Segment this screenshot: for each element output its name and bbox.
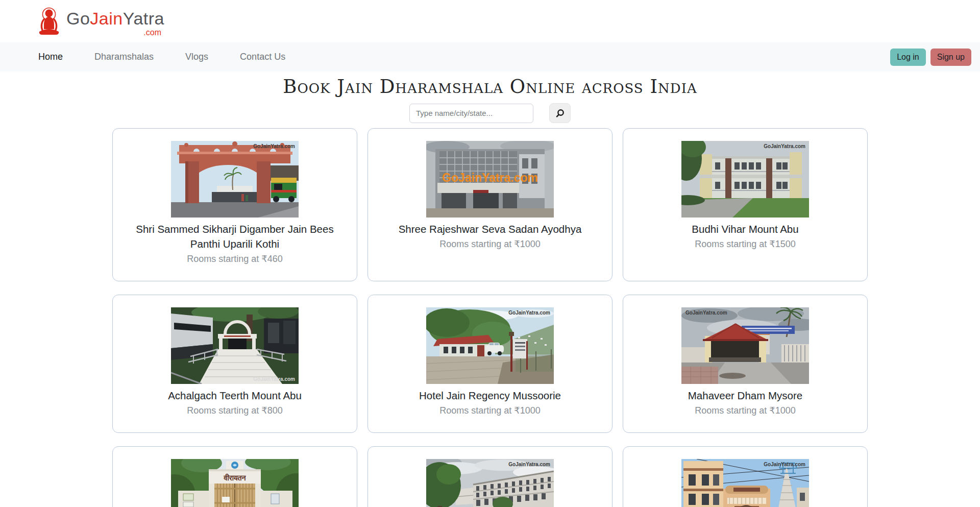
dharamshala-title: Hotel Jain Regency Mussoorie bbox=[419, 388, 561, 403]
photo-watermark: GoJainYatra.com bbox=[442, 171, 538, 184]
dharamshala-photo: GoJainYatra.com bbox=[171, 307, 299, 384]
auth-buttons: Log in Sign up bbox=[890, 49, 971, 66]
search-bar bbox=[0, 103, 980, 123]
photo-watermark: GoJainYatra.com bbox=[253, 143, 295, 149]
dharamshala-price: Rooms starting at ₹1000 bbox=[439, 404, 541, 417]
dharamshala-card[interactable]: GoJainYatra.com bbox=[623, 446, 868, 507]
dharamshala-price: Rooms starting at ₹1500 bbox=[695, 238, 796, 251]
dharamshala-photo: वीरायतन bbox=[171, 459, 299, 507]
dharamshala-card[interactable]: वीरायतन bbox=[112, 446, 357, 507]
brand-name: GoJainYatra .com bbox=[66, 6, 164, 37]
dharamshala-photo: GoJainYatra.com bbox=[681, 307, 809, 384]
dharamshala-grid: GoJainYatra.com Shri Sammed Sikharji Dig… bbox=[112, 128, 868, 507]
page-title: Book Jain Dharamshala Online across Indi… bbox=[0, 75, 980, 99]
brand-go: Go bbox=[66, 9, 90, 28]
dharamshala-photo: GoJainYatra.com bbox=[171, 141, 299, 218]
dharamshala-photo: GoJainYatra.com bbox=[426, 307, 554, 384]
dharamshala-photo: GoJainYatra.com bbox=[426, 459, 554, 507]
dharamshala-title: Achalgach Teerth Mount Abu bbox=[168, 388, 302, 403]
dharamshala-photo: GoJainYatra.com bbox=[681, 459, 809, 507]
dharamshala-price: Rooms starting at ₹460 bbox=[187, 253, 283, 265]
meditating-monk-icon bbox=[37, 6, 61, 36]
brand-yatra: Yatra bbox=[123, 9, 164, 28]
nav-item-vlogs[interactable]: Vlogs bbox=[185, 52, 208, 62]
dharamshala-card[interactable]: GoJainYatra.com Achalgach Teerth Mount A… bbox=[112, 295, 357, 433]
dharamshala-price: Rooms starting at ₹800 bbox=[187, 404, 283, 417]
search-input[interactable] bbox=[409, 104, 533, 123]
dharamshala-card[interactable]: GoJainYatra.com bbox=[368, 446, 612, 507]
nav-item-dharamshalas[interactable]: Dharamshalas bbox=[94, 52, 154, 62]
nav-item-contact-us[interactable]: Contact Us bbox=[240, 52, 285, 62]
dharamshala-card[interactable]: GoJainYatra.com Hotel Jain Regency Musso… bbox=[368, 295, 612, 433]
brand-logo[interactable]: GoJainYatra .com bbox=[37, 6, 164, 37]
dharamshala-card[interactable]: GoJainYatra.com Budhi Vihar Mount Abu Ro… bbox=[623, 128, 868, 281]
dharamshala-title: Budhi Vihar Mount Abu bbox=[692, 222, 798, 236]
login-button[interactable]: Log in bbox=[890, 49, 926, 66]
signup-button[interactable]: Sign up bbox=[930, 49, 971, 66]
dharamshala-card[interactable]: GoJainYatra.com Shree Rajeshwar Seva Sad… bbox=[368, 128, 612, 281]
gate-sign-text: वीरायतन bbox=[224, 473, 247, 482]
dharamshala-price: Rooms starting at ₹1000 bbox=[439, 238, 541, 251]
dharamshala-title: Shri Sammed Sikharji Digamber Jain Bees … bbox=[121, 222, 349, 251]
photo-watermark: GoJainYatra.com bbox=[764, 143, 805, 149]
dharamshala-price: Rooms starting at ₹1000 bbox=[695, 404, 796, 417]
dharamshala-card[interactable]: GoJainYatra.com Shri Sammed Sikharji Dig… bbox=[112, 128, 357, 281]
dharamshala-photo: GoJainYatra.com bbox=[681, 141, 809, 218]
photo-watermark: GoJainYatra.com bbox=[508, 310, 550, 316]
nav-item-home[interactable]: Home bbox=[38, 52, 63, 62]
brand-jain: Jain bbox=[90, 9, 122, 28]
site-header: GoJainYatra .com bbox=[0, 0, 980, 42]
photo-watermark: GoJainYatra.com bbox=[764, 462, 805, 467]
dharamshala-title: Shree Rajeshwar Seva Sadan Ayodhya bbox=[399, 222, 582, 236]
dharamshala-title: Mahaveer Dham Mysore bbox=[688, 388, 802, 403]
photo-watermark: GoJainYatra.com bbox=[253, 376, 295, 382]
search-button[interactable] bbox=[549, 103, 571, 123]
nav-items: Home Dharamshalas Vlogs Contact Us bbox=[38, 52, 890, 62]
photo-watermark: GoJainYatra.com bbox=[508, 462, 550, 467]
photo-watermark: GoJainYatra.com bbox=[685, 310, 727, 316]
magnifier-icon bbox=[555, 108, 565, 118]
main-navbar: Home Dharamshalas Vlogs Contact Us Log i… bbox=[0, 42, 980, 71]
brand-tld: .com bbox=[66, 29, 164, 37]
dharamshala-photo: GoJainYatra.com bbox=[426, 141, 554, 218]
dharamshala-card[interactable]: GoJainYatra.com Mahaveer Dham Mysore Roo… bbox=[623, 295, 868, 433]
